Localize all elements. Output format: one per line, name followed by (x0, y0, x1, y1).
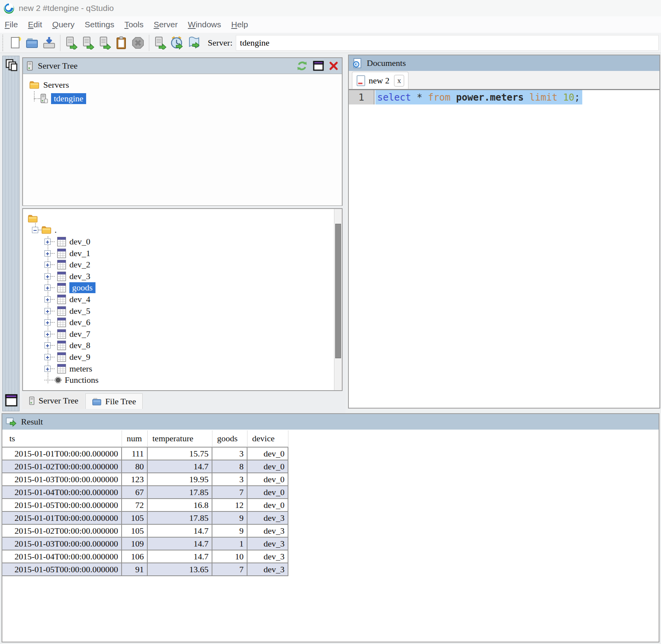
cell-device[interactable]: dev_0 (247, 486, 288, 499)
cell-temperature[interactable]: 17.85 (148, 486, 212, 499)
cell-ts[interactable]: 2015-01-03T00:00:00.000000 (2, 538, 122, 550)
column-header-num[interactable]: num (122, 430, 148, 448)
cell-num[interactable]: 80 (122, 460, 148, 473)
cell-temperature[interactable]: 13.65 (148, 563, 212, 576)
menu-tools[interactable]: Tools (124, 20, 143, 29)
sql-code-line[interactable]: select * from power.meters limit 10; (375, 90, 582, 104)
cell-num[interactable]: 109 (122, 538, 148, 550)
stop-query-icon[interactable] (131, 35, 145, 50)
cell-ts[interactable]: 2015-01-01T00:00:00.000000 (2, 512, 122, 525)
refresh-icon[interactable] (296, 60, 308, 72)
tree-item-dev_2[interactable]: dev_2 (23, 259, 342, 271)
expand-icon[interactable] (44, 331, 51, 337)
expand-icon[interactable] (44, 239, 51, 245)
expand-icon[interactable] (44, 273, 51, 280)
execute-selection-icon[interactable] (97, 35, 111, 50)
cell-ts[interactable]: 2015-01-05T00:00:00.000000 (2, 563, 122, 576)
cell-goods[interactable]: 7 (212, 486, 247, 499)
tree-item-dev_5[interactable]: dev_5 (23, 305, 342, 317)
cell-goods[interactable]: 3 (212, 448, 247, 460)
cell-goods[interactable]: 3 (212, 473, 247, 486)
cell-num[interactable]: 72 (122, 499, 148, 512)
tree-item-functions[interactable]: Functions (23, 374, 342, 386)
scrollbar-thumb[interactable] (335, 224, 341, 358)
cell-temperature[interactable]: 19.95 (148, 473, 212, 486)
collapse-icon[interactable] (32, 227, 38, 233)
expand-icon[interactable] (44, 296, 51, 303)
tree-scrollbar[interactable] (334, 209, 342, 390)
cell-ts[interactable]: 2015-01-02T00:00:00.000000 (2, 460, 122, 473)
result-row[interactable]: 2015-01-02T00:00:00.00000010514.79dev_3 (2, 525, 288, 538)
expand-icon[interactable] (44, 308, 51, 314)
save-icon[interactable] (42, 35, 56, 50)
windows-stack-icon[interactable] (5, 58, 19, 74)
expand-icon[interactable] (44, 342, 51, 349)
tab-file-tree[interactable]: File Tree (85, 393, 143, 409)
cell-num[interactable]: 105 (122, 512, 148, 525)
execute-query-icon[interactable] (64, 35, 78, 50)
window-restore-icon[interactable] (5, 394, 18, 409)
open-file-icon[interactable] (25, 35, 39, 50)
cell-ts[interactable]: 2015-01-05T00:00:00.000000 (2, 499, 122, 512)
tree-item-dev_4[interactable]: dev_4 (23, 294, 342, 305)
cell-ts[interactable]: 2015-01-04T00:00:00.000000 (2, 550, 122, 563)
refresh-query-icon[interactable] (170, 35, 184, 50)
cell-device[interactable]: dev_0 (247, 499, 288, 512)
cell-ts[interactable]: 2015-01-02T00:00:00.000000 (2, 525, 122, 538)
cell-device[interactable]: dev_0 (247, 448, 288, 460)
cell-device[interactable]: dev_3 (247, 563, 288, 576)
menu-windows[interactable]: Windows (188, 20, 221, 29)
cell-num[interactable]: 67 (122, 486, 148, 499)
result-row[interactable]: 2015-01-01T00:00:00.00000011115.753dev_0 (2, 448, 288, 460)
cell-num[interactable]: 123 (122, 473, 148, 486)
tree-item-dev_8[interactable]: dev_8 (23, 340, 342, 352)
result-row[interactable]: 2015-01-01T00:00:00.00000010517.859dev_3 (2, 512, 288, 525)
close-icon[interactable] (329, 61, 339, 71)
menu-query[interactable]: Query (52, 20, 74, 29)
cell-num[interactable]: 111 (122, 448, 148, 460)
cell-ts[interactable]: 2015-01-04T00:00:00.000000 (2, 486, 122, 499)
cell-device[interactable]: dev_0 (247, 460, 288, 473)
expand-icon[interactable] (44, 354, 51, 360)
expand-icon[interactable] (44, 366, 51, 372)
menu-file[interactable]: File (5, 20, 18, 29)
tree-item-dev_0[interactable]: dev_0 (23, 236, 342, 248)
tree-folder-dot[interactable]: . (23, 225, 342, 236)
cell-temperature[interactable]: 16.8 (148, 499, 212, 512)
cell-num[interactable]: 106 (122, 550, 148, 563)
cell-temperature[interactable]: 14.7 (148, 460, 212, 473)
column-header-ts[interactable]: ts (2, 430, 122, 448)
expand-icon[interactable] (44, 285, 51, 291)
execute-line-icon[interactable] (81, 35, 95, 50)
result-row[interactable]: 2015-01-03T00:00:00.00000010914.71dev_3 (2, 538, 288, 550)
cell-ts[interactable]: 2015-01-01T00:00:00.000000 (2, 448, 122, 460)
paste-icon[interactable] (114, 35, 128, 50)
tree-item-dev_3[interactable]: dev_3 (23, 271, 342, 282)
column-header-goods[interactable]: goods (212, 430, 247, 448)
cell-temperature[interactable]: 15.75 (148, 448, 212, 460)
tree-item-goods[interactable]: goods (23, 282, 342, 294)
result-row[interactable]: 2015-01-04T00:00:00.0000006717.857dev_0 (2, 486, 288, 499)
expand-icon[interactable] (44, 319, 51, 326)
cell-goods[interactable]: 7 (212, 563, 247, 576)
server-combo[interactable]: tdengine (236, 35, 659, 51)
tab-close-button[interactable]: x (394, 75, 404, 87)
cell-temperature[interactable]: 14.7 (148, 550, 212, 563)
tab-server-tree[interactable]: Server Tree (22, 393, 85, 409)
cell-temperature[interactable]: 14.7 (148, 538, 212, 550)
tree-item-tdengine[interactable]: tdengine (23, 92, 342, 104)
expand-icon[interactable] (44, 250, 51, 257)
menu-help[interactable]: Help (231, 20, 248, 29)
maximize-icon[interactable] (313, 61, 324, 71)
cell-goods[interactable]: 12 (212, 499, 247, 512)
expand-icon[interactable] (44, 262, 51, 268)
tree-item-dev_7[interactable]: dev_7 (23, 328, 342, 340)
cell-device[interactable]: dev_3 (247, 525, 288, 538)
tree-root-folder[interactable] (23, 213, 342, 225)
cell-device[interactable]: dev_3 (247, 538, 288, 550)
result-row[interactable]: 2015-01-02T00:00:00.0000008014.78dev_0 (2, 460, 288, 473)
cell-goods[interactable]: 9 (212, 512, 247, 525)
export-result-icon[interactable] (186, 35, 200, 50)
result-row[interactable]: 2015-01-03T00:00:00.00000012319.953dev_0 (2, 473, 288, 486)
tree-item-servers[interactable]: Servers (23, 79, 342, 91)
